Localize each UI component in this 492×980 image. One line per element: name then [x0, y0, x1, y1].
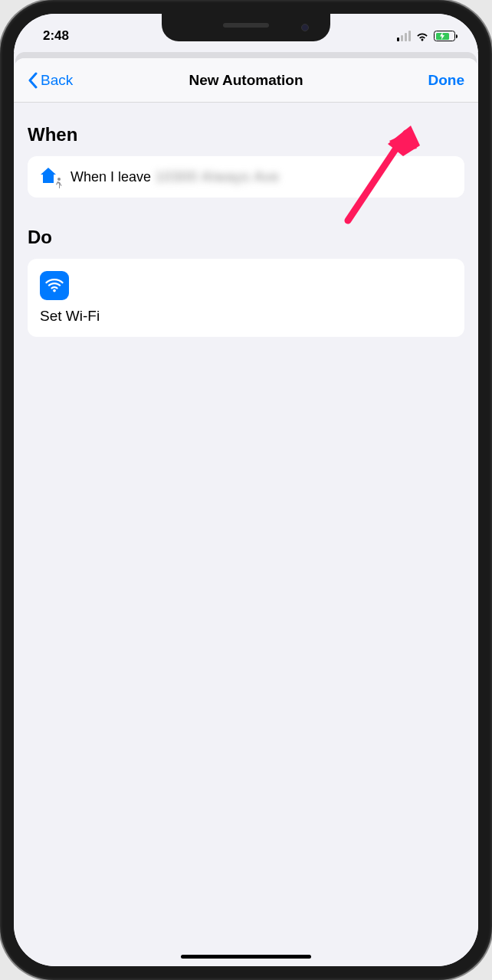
do-action-row[interactable]: Set Wi-Fi [28, 259, 464, 337]
wifi-icon [415, 31, 429, 41]
phone-frame: 2:48 Back [0, 0, 492, 980]
chevron-left-icon [28, 72, 38, 89]
when-trigger-text: When I leave 10300 Always Ave [71, 169, 280, 185]
svg-point-0 [57, 178, 61, 181]
wifi-action-icon [40, 271, 69, 300]
when-prefix: When I leave [71, 169, 151, 185]
do-section-header: Do [28, 227, 464, 248]
modal-sheet: Back New Automation Done When When I lea… [14, 58, 478, 966]
status-indicators [397, 31, 455, 41]
when-trigger-row[interactable]: When I leave 10300 Always Ave [28, 156, 464, 198]
battery-icon [434, 31, 455, 41]
navigation-bar: Back New Automation Done [14, 58, 478, 103]
done-button[interactable]: Done [418, 72, 464, 89]
home-indicator[interactable] [181, 955, 311, 959]
notch [162, 14, 330, 41]
person-walking-icon [54, 178, 63, 188]
back-label: Back [41, 72, 73, 89]
status-time: 2:48 [43, 28, 69, 44]
front-camera [301, 24, 309, 31]
page-title: New Automation [189, 72, 303, 89]
when-location-redacted: 10300 Always Ave [156, 169, 280, 185]
leave-home-icon [40, 167, 60, 187]
content-area: When When I leave 10300 Always Ave Do [14, 103, 478, 352]
back-button[interactable]: Back [28, 72, 97, 89]
screen: 2:48 Back [14, 14, 478, 966]
when-section-header: When [28, 124, 464, 145]
charging-bolt-icon [439, 32, 445, 40]
speaker [223, 23, 269, 28]
do-action-label: Set Wi-Fi [40, 308, 452, 325]
cellular-signal-icon [397, 31, 411, 41]
